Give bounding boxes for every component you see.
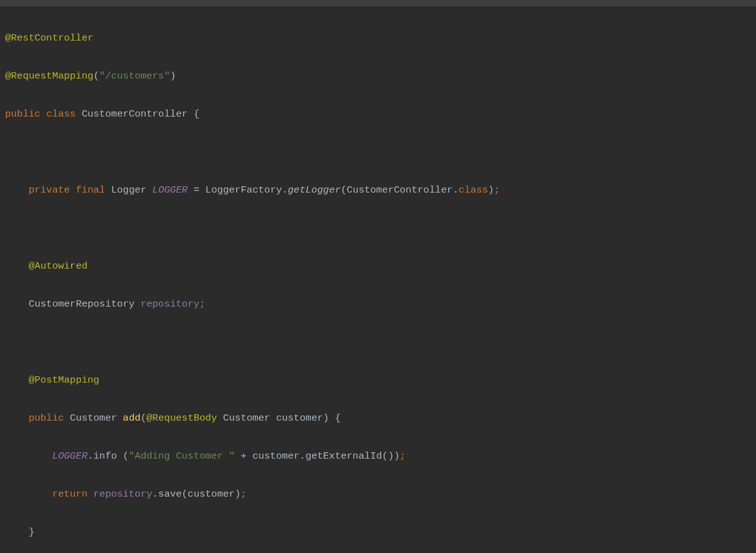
text: .save(customer) [153,488,241,500]
field: LOGGER [153,184,188,196]
code-line[interactable] [0,333,756,352]
code-line[interactable]: @Autowired [0,257,756,276]
paren: ) [488,184,494,196]
paren: ( [94,70,99,82]
paren: ) [170,70,175,82]
field: LOGGER [52,450,87,462]
method-name: add [123,412,141,424]
annotation: @Autowired [28,260,87,272]
string-literal: "/customers" [99,70,170,82]
code-line[interactable]: @PostMapping [0,371,756,390]
code-line[interactable]: private final Logger LOGGER = LoggerFact… [0,181,756,200]
string-literal: "Adding Customer " [129,450,234,462]
keyword: public [5,108,41,120]
code-line[interactable]: return repository.save(customer); [0,485,756,504]
field: repository [141,298,199,310]
field: repository [94,488,153,500]
static-method: getLogger [288,184,341,196]
keyword: final [76,184,106,196]
method-call: .info ( [87,450,129,462]
code-editor[interactable]: @RestController @RequestMapping("/custom… [0,6,756,553]
brace: } [28,526,34,538]
reference: LoggerFactory. [205,184,287,196]
paren: ( [141,412,146,424]
operator: = [187,184,205,196]
keyword: public [28,412,64,424]
annotation: @PostMapping [28,374,99,386]
code-line[interactable] [0,219,756,238]
code-line[interactable]: CustomerRepository repository; [0,295,756,314]
code-line[interactable]: @RestController [0,29,756,48]
semicolon: ; [494,184,500,196]
annotation: @RequestBody [146,412,217,424]
keyword: private [28,184,70,196]
annotation: @RequestMapping [5,70,94,82]
editor-top-bar [0,0,756,6]
code-line[interactable]: LOGGER.info ("Adding Customer " + custom… [0,447,756,466]
code-line[interactable]: } [0,523,756,542]
type: CustomerRepository [28,298,134,310]
code-line[interactable] [0,143,756,162]
semicolon: ; [400,450,405,462]
code-line[interactable]: public Customer add(@RequestBody Custome… [0,409,756,428]
text: + customer.getExternalId()) [235,450,400,462]
code-line[interactable]: @RequestMapping("/customers") [0,67,756,86]
params: Customer customer) { [217,412,341,424]
keyword: class [458,184,488,196]
annotation: @RestController [5,32,94,44]
type: Logger [111,184,146,196]
type: Customer [70,412,117,424]
keyword: return [52,488,87,500]
class-name: CustomerController [82,108,187,120]
semicolon: ; [241,488,246,500]
text: (CustomerController. [341,184,458,196]
keyword: class [46,108,76,120]
semicolon: ; [199,298,205,310]
brace: { [187,108,199,120]
code-line[interactable]: public class CustomerController { [0,105,756,124]
